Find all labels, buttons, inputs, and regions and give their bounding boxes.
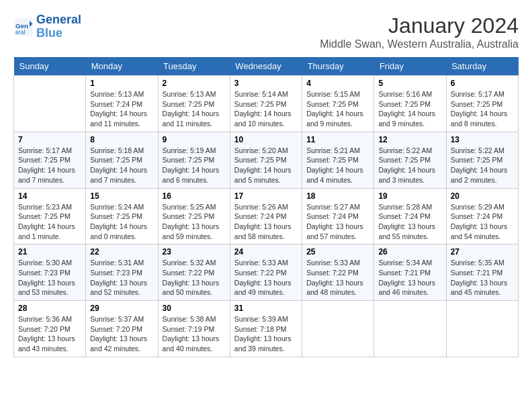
day-info: Sunrise: 5:30 AMSunset: 7:23 PMDaylight:…	[18, 258, 81, 298]
day-number: 21	[18, 247, 81, 257]
day-cell: 19Sunrise: 5:28 AMSunset: 7:24 PMDayligh…	[374, 188, 446, 244]
page-header: Gen eral General Blue January 2024 Middl…	[13, 13, 519, 50]
day-number: 22	[90, 247, 153, 257]
day-info: Sunrise: 5:22 AMSunset: 7:25 PMDaylight:…	[451, 146, 514, 185]
weekday-header-thursday: Thursday	[302, 57, 374, 76]
day-info: Sunrise: 5:23 AMSunset: 7:25 PMDaylight:…	[18, 202, 81, 242]
day-cell	[302, 301, 374, 357]
day-info: Sunrise: 5:35 AMSunset: 7:21 PMDaylight:…	[451, 258, 514, 298]
day-number: 20	[451, 191, 514, 201]
day-cell: 13Sunrise: 5:22 AMSunset: 7:25 PMDayligh…	[446, 132, 518, 188]
weekday-header-monday: Monday	[86, 57, 158, 76]
logo-text: General Blue	[36, 13, 81, 40]
day-info: Sunrise: 5:34 AMSunset: 7:21 PMDaylight:…	[378, 258, 441, 298]
day-info: Sunrise: 5:36 AMSunset: 7:20 PMDaylight:…	[18, 314, 81, 354]
logo-icon: Gen eral	[13, 17, 34, 37]
day-number: 2	[163, 79, 226, 88]
day-cell: 22Sunrise: 5:31 AMSunset: 7:23 PMDayligh…	[86, 244, 158, 301]
day-cell	[14, 76, 86, 132]
day-info: Sunrise: 5:31 AMSunset: 7:23 PMDaylight:…	[90, 258, 153, 298]
svg-text:eral: eral	[15, 29, 26, 35]
day-cell: 5Sunrise: 5:16 AMSunset: 7:25 PMDaylight…	[374, 76, 446, 132]
day-info: Sunrise: 5:25 AMSunset: 7:25 PMDaylight:…	[163, 202, 226, 242]
day-number: 9	[163, 135, 226, 144]
day-info: Sunrise: 5:15 AMSunset: 7:25 PMDaylight:…	[306, 89, 369, 129]
week-row-3: 14Sunrise: 5:23 AMSunset: 7:25 PMDayligh…	[14, 188, 519, 244]
day-number: 13	[451, 135, 514, 144]
weekday-header-tuesday: Tuesday	[158, 57, 230, 76]
day-cell: 31Sunrise: 5:39 AMSunset: 7:18 PMDayligh…	[230, 301, 302, 357]
day-number: 17	[234, 191, 298, 201]
day-info: Sunrise: 5:19 AMSunset: 7:25 PMDaylight:…	[163, 146, 226, 185]
day-cell: 18Sunrise: 5:27 AMSunset: 7:24 PMDayligh…	[302, 188, 374, 244]
day-cell: 11Sunrise: 5:21 AMSunset: 7:25 PMDayligh…	[302, 132, 374, 188]
day-cell: 16Sunrise: 5:25 AMSunset: 7:25 PMDayligh…	[158, 188, 230, 244]
day-info: Sunrise: 5:24 AMSunset: 7:25 PMDaylight:…	[90, 202, 153, 242]
day-info: Sunrise: 5:33 AMSunset: 7:22 PMDaylight:…	[306, 258, 369, 298]
day-cell: 24Sunrise: 5:33 AMSunset: 7:22 PMDayligh…	[230, 244, 302, 301]
day-cell: 1Sunrise: 5:13 AMSunset: 7:24 PMDaylight…	[86, 76, 158, 132]
title-section: January 2024 Middle Swan, Western Austra…	[320, 13, 519, 50]
day-number: 31	[234, 304, 298, 313]
day-cell	[446, 301, 518, 357]
day-cell	[374, 301, 446, 357]
day-number: 29	[90, 304, 153, 313]
day-info: Sunrise: 5:13 AMSunset: 7:25 PMDaylight:…	[163, 89, 226, 129]
day-cell: 12Sunrise: 5:22 AMSunset: 7:25 PMDayligh…	[374, 132, 446, 188]
day-info: Sunrise: 5:21 AMSunset: 7:25 PMDaylight:…	[306, 146, 369, 185]
day-info: Sunrise: 5:17 AMSunset: 7:25 PMDaylight:…	[18, 146, 81, 185]
day-cell: 28Sunrise: 5:36 AMSunset: 7:20 PMDayligh…	[14, 301, 86, 357]
day-info: Sunrise: 5:17 AMSunset: 7:25 PMDaylight:…	[451, 89, 514, 129]
day-info: Sunrise: 5:29 AMSunset: 7:24 PMDaylight:…	[451, 202, 514, 242]
logo-line2: Blue	[36, 26, 62, 40]
day-number: 5	[378, 79, 441, 88]
day-number: 14	[18, 191, 81, 201]
month-title: January 2024	[320, 13, 519, 38]
location: Middle Swan, Western Australia, Australi…	[320, 38, 519, 50]
weekday-header-sunday: Sunday	[14, 57, 86, 76]
week-row-4: 21Sunrise: 5:30 AMSunset: 7:23 PMDayligh…	[14, 244, 519, 301]
day-number: 8	[90, 135, 153, 144]
day-cell: 15Sunrise: 5:24 AMSunset: 7:25 PMDayligh…	[86, 188, 158, 244]
day-cell: 25Sunrise: 5:33 AMSunset: 7:22 PMDayligh…	[302, 244, 374, 301]
day-info: Sunrise: 5:16 AMSunset: 7:25 PMDaylight:…	[378, 89, 441, 129]
day-number: 19	[378, 191, 441, 201]
day-cell: 14Sunrise: 5:23 AMSunset: 7:25 PMDayligh…	[14, 188, 86, 244]
weekday-header-row: SundayMondayTuesdayWednesdayThursdayFrid…	[14, 57, 519, 76]
day-info: Sunrise: 5:39 AMSunset: 7:18 PMDaylight:…	[234, 314, 298, 354]
day-cell: 30Sunrise: 5:38 AMSunset: 7:19 PMDayligh…	[158, 301, 230, 357]
day-info: Sunrise: 5:13 AMSunset: 7:24 PMDaylight:…	[90, 89, 153, 129]
day-cell: 7Sunrise: 5:17 AMSunset: 7:25 PMDaylight…	[14, 132, 86, 188]
weekday-header-wednesday: Wednesday	[230, 57, 302, 76]
day-number: 28	[18, 304, 81, 313]
day-cell: 20Sunrise: 5:29 AMSunset: 7:24 PMDayligh…	[446, 188, 518, 244]
calendar-table: SundayMondayTuesdayWednesdayThursdayFrid…	[13, 57, 519, 357]
day-number: 12	[378, 135, 441, 144]
day-number: 4	[306, 79, 369, 88]
day-cell: 29Sunrise: 5:37 AMSunset: 7:20 PMDayligh…	[86, 301, 158, 357]
logo: Gen eral General Blue	[13, 13, 81, 40]
svg-text:Gen: Gen	[15, 21, 28, 29]
day-info: Sunrise: 5:28 AMSunset: 7:24 PMDaylight:…	[378, 202, 441, 242]
day-info: Sunrise: 5:37 AMSunset: 7:20 PMDaylight:…	[90, 314, 153, 354]
day-cell: 3Sunrise: 5:14 AMSunset: 7:25 PMDaylight…	[230, 76, 302, 132]
day-cell: 2Sunrise: 5:13 AMSunset: 7:25 PMDaylight…	[158, 76, 230, 132]
week-row-2: 7Sunrise: 5:17 AMSunset: 7:25 PMDaylight…	[14, 132, 519, 188]
day-number: 11	[306, 135, 369, 144]
day-info: Sunrise: 5:26 AMSunset: 7:24 PMDaylight:…	[234, 202, 298, 242]
day-cell: 10Sunrise: 5:20 AMSunset: 7:25 PMDayligh…	[230, 132, 302, 188]
day-number: 30	[163, 304, 226, 313]
day-info: Sunrise: 5:22 AMSunset: 7:25 PMDaylight:…	[378, 146, 441, 185]
weekday-header-saturday: Saturday	[446, 57, 518, 76]
day-info: Sunrise: 5:14 AMSunset: 7:25 PMDaylight:…	[234, 89, 298, 129]
day-number: 23	[163, 247, 226, 257]
day-number: 18	[306, 191, 369, 201]
day-cell: 21Sunrise: 5:30 AMSunset: 7:23 PMDayligh…	[14, 244, 86, 301]
day-number: 16	[163, 191, 226, 201]
day-cell: 9Sunrise: 5:19 AMSunset: 7:25 PMDaylight…	[158, 132, 230, 188]
logo-line1: General	[36, 13, 81, 26]
day-info: Sunrise: 5:27 AMSunset: 7:24 PMDaylight:…	[306, 202, 369, 242]
day-number: 1	[90, 79, 153, 88]
day-cell: 4Sunrise: 5:15 AMSunset: 7:25 PMDaylight…	[302, 76, 374, 132]
day-cell: 26Sunrise: 5:34 AMSunset: 7:21 PMDayligh…	[374, 244, 446, 301]
